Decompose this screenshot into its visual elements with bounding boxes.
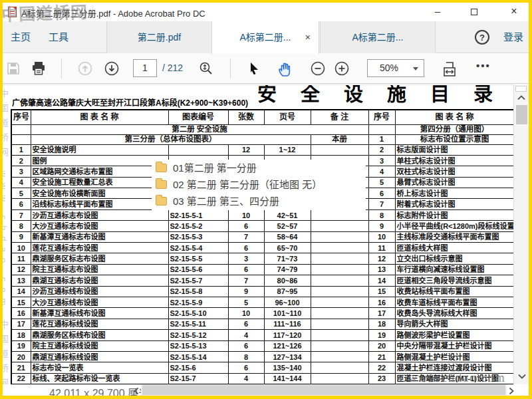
cell-num: 6 <box>228 243 264 253</box>
cell-name: 标线、突起路标布设一览表 <box>31 373 168 384</box>
cell-name2: 匝道标线大样图 <box>395 243 513 253</box>
vertical-scrollbar[interactable] <box>513 84 529 384</box>
cell-note <box>311 297 368 307</box>
zoom-in-icon[interactable] <box>334 61 350 76</box>
page-count-label: / 212 <box>162 59 183 77</box>
cell-no2: 2 <box>368 144 395 155</box>
horizontal-scrollbar[interactable]: 42.011 x 29.700 厘米 <box>3 384 529 396</box>
pdf-page: 安全设施目录 广佛肇高速公路肇庆大旺至封开江口段第A标段(K2+900~K39+… <box>3 85 513 384</box>
print-icon[interactable] <box>31 61 47 76</box>
nav-home[interactable]: 主页 <box>4 21 37 53</box>
cell-num: 6 <box>228 340 264 351</box>
cell-pg: 65~70 <box>264 243 311 253</box>
folder-list-item[interactable]: 01第二册 第一分册 <box>152 160 366 176</box>
cell-no: 22 <box>11 373 31 384</box>
maximize-button[interactable] <box>463 3 485 21</box>
cell-pg: 121~126 <box>264 340 311 351</box>
close-button[interactable]: × <box>503 3 525 21</box>
table-row: 7沙沥互通标志布设图S2-15-5-11042~518标志附件设计图 <box>11 209 513 220</box>
vertical-scroll-thumb[interactable] <box>516 105 527 124</box>
cell-name: 大沙互通标志布设图 <box>31 221 168 231</box>
scroll-up-icon[interactable] <box>517 94 526 101</box>
cell-no2: 6 <box>368 188 395 199</box>
fit-width-icon[interactable] <box>441 61 457 76</box>
cell-pg: 135~140 <box>264 362 311 373</box>
more-tools-icon[interactable]: ••• <box>476 60 491 71</box>
cell-code: S2-15-6 <box>168 362 228 373</box>
toolbar: 1 / 212 50% ••• <box>3 53 529 84</box>
cell-no: 2 <box>11 155 31 166</box>
previous-page-icon[interactable] <box>77 61 93 76</box>
cell-name2: 路侧波形梁护栏设置图 <box>395 330 513 340</box>
zoom-out-icon[interactable] <box>310 61 326 76</box>
cell-no2: 22 <box>368 362 395 373</box>
cell-code <box>168 144 228 155</box>
hand-tool-icon[interactable] <box>277 61 293 76</box>
sign-in-button[interactable]: 登录 <box>496 21 531 53</box>
cell-name: 沙沥互通标线布设图 <box>31 286 168 297</box>
project-heading: 广佛肇高速公路肇庆大旺至封开江口段第A标段(K2+900~K39+600) <box>12 96 248 108</box>
cell-no2: 13 <box>368 264 395 275</box>
select-tool-icon[interactable] <box>246 61 262 76</box>
cell-code: S2-15-5-7 <box>168 275 228 286</box>
cell-no: 12 <box>11 264 31 275</box>
cell-name2: 收费站标线平面布置图 <box>395 286 513 297</box>
cell-note <box>311 253 368 264</box>
cell-no: 9 <box>11 231 31 242</box>
table-row: 20鼎湖互通标标线设图S2-15-5-148127~13421路侧混凝土护栏设计… <box>11 351 513 362</box>
page-scroll-icon[interactable] <box>198 61 214 76</box>
scrollbar-top-button[interactable] <box>515 86 527 92</box>
table-row: 14沙沥互通标线布设图S2-15-5-8987~9515收费站标线平面布置图 <box>11 286 513 297</box>
cell-no2: 16 <box>368 297 395 307</box>
cell-code: S2-15-5-1 <box>168 209 228 220</box>
cell-note <box>311 264 368 275</box>
cell-name2: 悬臂式标志设计图 <box>395 177 513 188</box>
cell-no: 10 <box>11 243 31 253</box>
cell-pg: 74~79 <box>264 264 311 275</box>
zoom-level-select[interactable]: 50% <box>367 59 424 77</box>
cell-no2: 19 <box>368 330 395 340</box>
doc-tab-3[interactable]: A标第二册... <box>320 21 436 53</box>
chevron-down-icon <box>413 67 418 73</box>
table-row: 10莲花互通标志布设图S2-15-5-4665~7011匝道标线大样图 <box>11 243 513 253</box>
cell-name: 区域路网交通标志布置图 <box>31 166 168 177</box>
cell-name: 新基潭互通标线布设图 <box>31 308 168 319</box>
cell-name: 鼎湖服务区标线布设图 <box>31 330 168 340</box>
cell-no: 13 <box>11 275 31 286</box>
cell-num: 3 <box>228 253 264 264</box>
cell-no2: 17 <box>368 308 395 319</box>
next-page-icon[interactable] <box>104 61 120 76</box>
cell-name2: 收费车道标线平面布置图 <box>395 297 513 307</box>
nav-tools[interactable]: 工具 <box>39 21 78 53</box>
cell-no2: 10 <box>368 231 395 242</box>
folder-list-item[interactable]: 03 第二册 第三、四分册 <box>152 193 366 209</box>
section-volume-label: 第二册 安全设施 <box>31 124 368 134</box>
cell-num: 5 <box>228 297 264 307</box>
acrobat-window: A标第二册第三分册.pdf - Adobe Acrobat Pro DC – ×… <box>0 0 532 399</box>
cell-no2: 23 <box>368 373 395 384</box>
help-icon[interactable]: ? <box>475 30 489 45</box>
cell-note <box>311 340 368 351</box>
doc-tab-2-active[interactable]: A标第二册... × <box>211 21 319 54</box>
horizontal-scroll-track[interactable] <box>141 384 507 396</box>
zoom-level-value: 50% <box>380 63 398 73</box>
cell-note <box>311 221 368 231</box>
save-icon[interactable] <box>5 61 21 76</box>
cell-name: 沿线标志标线平面布置图 <box>31 199 168 209</box>
cell-no: 15 <box>11 297 31 307</box>
cell-name2: 主线标准段交通标线平面布置图 <box>395 231 513 242</box>
minimize-button[interactable]: – <box>426 3 449 21</box>
cell-name2: 单柱式标志设计图 <box>395 155 513 166</box>
page-number-input[interactable]: 1 <box>133 59 157 77</box>
scroll-down-icon[interactable] <box>517 373 527 380</box>
tab-close-icon[interactable]: × <box>305 21 311 53</box>
cell-num: 4 <box>228 373 264 384</box>
cell-no2: 7 <box>368 199 395 209</box>
cell-note <box>311 275 368 286</box>
cell-note <box>311 319 368 329</box>
cell-code: S2-15-5-14 <box>168 351 228 362</box>
scroll-right-icon[interactable] <box>508 387 517 394</box>
horizontal-scroll-thumb[interactable] <box>142 385 505 395</box>
folder-list-item[interactable]: 02 第二册 第二分册（征地图 无） <box>152 176 366 193</box>
doc-tab-1[interactable]: 第二册.pdf <box>106 21 211 53</box>
